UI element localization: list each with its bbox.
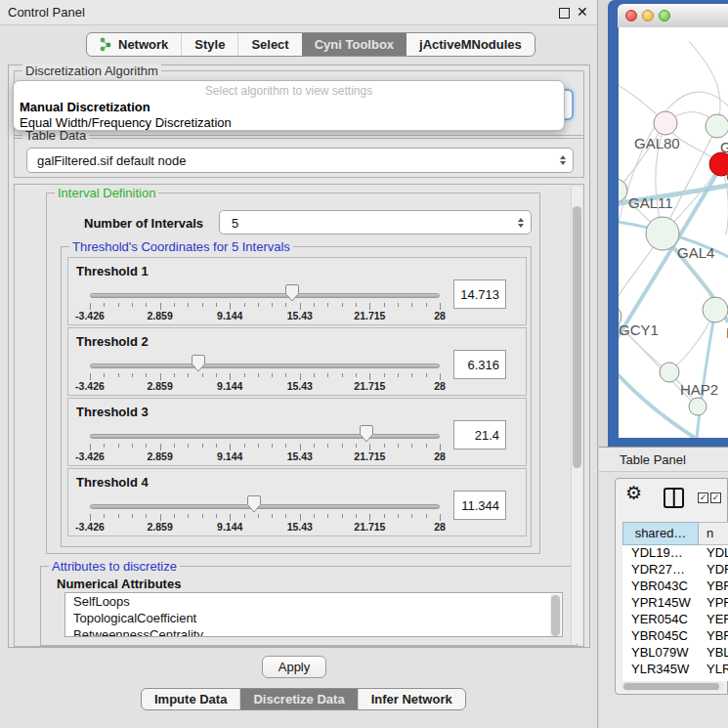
network-tab-icon [100,37,112,52]
network-node[interactable] [654,111,677,135]
algorithm-option-equal-width[interactable]: Equal Width/Frequency Discretization [18,115,561,131]
slider-thumb[interactable] [247,495,261,513]
network-node-label: GAL80 [634,135,680,151]
table-data-group: Table Data galFiltered.sif default node [14,135,584,178]
table-row[interactable]: YIL053CYIL0 [622,678,728,681]
tab-select[interactable]: Select [237,33,301,56]
mac-zoom-icon[interactable] [659,10,670,21]
tab-infer-network[interactable]: Infer Network [358,689,465,709]
network-canvas[interactable]: GAL80GACGAL11GAL4GCY1HHAP2 [619,27,728,438]
network-node[interactable] [703,297,728,322]
column-header-shared-name[interactable]: shared… [622,522,699,545]
tab-jactivemnodules[interactable]: jActiveMNodules [407,33,535,56]
network-edge [619,364,695,438]
network-node[interactable] [689,398,707,415]
network-node[interactable] [660,363,679,382]
tab-label: Infer Network [371,692,452,707]
attributes-list-scrollbar[interactable] [550,594,561,637]
table-row[interactable]: YDL19…YDL1 [622,545,728,562]
tick-label: -3.426 [75,380,105,392]
attribute-item[interactable]: BetweennessCentrality [65,626,562,637]
numerical-attributes-label: Numerical Attributes [57,577,181,591]
table-row[interactable]: YLR345WYLR3 [622,662,728,678]
gear-icon[interactable]: ⚙ [625,482,642,504]
mac-close-icon[interactable] [625,10,637,21]
network-node[interactable] [646,217,679,250]
float-window-icon[interactable] [559,8,570,19]
threshold-panel-1: Threshold 1-3.4262.8599.14415.4321.71528 [67,257,527,325]
slider-thumb[interactable] [192,355,205,372]
cell-name: YER0 [699,612,728,628]
number-of-intervals-label: Number of Intervals [84,216,203,231]
threshold-value-field[interactable] [453,491,506,520]
tab-impute-data[interactable]: Impute Data [142,689,239,709]
tab-discretize-data[interactable]: Discretize Data [239,689,357,709]
attributes-list[interactable]: SelfLoopsTopologicalCoefficientBetweenne… [64,592,563,637]
table-row[interactable]: YBL079WYBL0 [622,645,728,662]
tick-label: 28 [434,450,446,462]
table-body[interactable]: YDL19…YDL1YDR27…YDR2YBR043CYBR0YPR145WYP… [622,545,728,681]
attributes-group: Attributes to discretize Numerical Attri… [40,566,578,646]
slider-track[interactable] [90,364,440,368]
cell-shared-name: YBR043C [622,578,699,595]
algorithm-option-manual[interactable]: Manual Discretization [18,100,561,115]
tick-label: 9.144 [217,450,242,462]
combo-stepper-icon[interactable] [560,155,566,165]
column-header-name[interactable]: n [699,522,728,545]
cell-name: YPR1 [699,595,728,612]
table-row[interactable]: YDR27…YDR2 [622,562,728,578]
slider-track[interactable] [90,293,440,298]
threshold-value-field[interactable] [453,279,506,309]
mac-minimize-icon[interactable] [642,10,654,21]
table-h-scrollbar-thumb[interactable] [623,683,719,690]
algorithm-dropdown-popup: Select algorithm to view settings Manual… [13,80,565,131]
cell-name: YBL0 [699,645,728,662]
algorithm-group-title: Discretization Algorithm [22,64,161,78]
table-data-combobox[interactable]: galFiltered.sif default node [26,148,574,173]
close-icon[interactable]: ✕ [577,4,588,20]
threshold-label: Threshold 2 [76,334,149,349]
network-node[interactable] [706,114,728,138]
tab-style[interactable]: Style [181,33,237,56]
tick-label: 15.43 [287,380,313,392]
tick-label: 2.859 [147,380,172,392]
checkbox-icon-2[interactable]: ✓ [710,492,721,503]
spinner-stepper-icon[interactable] [518,218,524,228]
cell-shared-name: YDL19… [622,545,699,562]
slider-track[interactable] [90,504,440,509]
slider-tick-labels: -3.4262.8599.14415.4321.71528 [90,310,440,321]
attribute-item[interactable]: TopologicalCoefficient [65,610,562,626]
control-panel-tabbar: NetworkStyleSelectCyni ToolboxjActiveMNo… [86,32,535,57]
tick-label: 2.859 [147,310,172,321]
tick-label: 15.43 [287,450,313,462]
threshold-label: Threshold 4 [76,475,149,490]
slider-thumb[interactable] [360,425,373,443]
table-row[interactable]: YBR043CYBR0 [622,578,728,595]
table-row[interactable]: YER054CYER0 [622,612,728,628]
number-of-intervals-spinner[interactable]: 5 [219,210,532,235]
tab-cyni-toolbox[interactable]: Cyni Toolbox [302,33,407,56]
panel-scrollbar-thumb[interactable] [573,206,581,468]
cell-name: YBR0 [699,628,728,645]
checkbox-icon-1[interactable]: ✓ [698,492,708,503]
network-window-titlebar [618,4,728,27]
network-edge [619,123,665,191]
tab-network[interactable]: Network [87,33,181,56]
tick-label: 15.43 [287,310,313,321]
threshold-value-field[interactable] [453,420,506,450]
slider-tick-labels: -3.4262.8599.14415.4321.71528 [90,380,440,392]
threshold-value-field[interactable] [453,350,506,379]
table-h-scrollbar[interactable] [621,682,723,691]
split-pane-icon[interactable] [664,488,684,508]
slider-thumb[interactable] [285,284,299,302]
threshold-panel-3: Threshold 3-3.4262.8599.14415.4321.71528 [67,398,527,466]
tick-label: 21.715 [354,450,385,462]
network-node-label: GAL11 [628,194,673,211]
tick-label: 9.144 [217,380,242,392]
slider-track[interactable] [90,434,440,439]
table-row[interactable]: YPR145WYPR1 [622,595,728,612]
attribute-item[interactable]: SelfLoops [65,593,562,610]
apply-button[interactable]: Apply [262,656,326,678]
table-row[interactable]: YBR045CYBR0 [622,628,728,645]
panel-scrollbar[interactable] [571,187,582,644]
